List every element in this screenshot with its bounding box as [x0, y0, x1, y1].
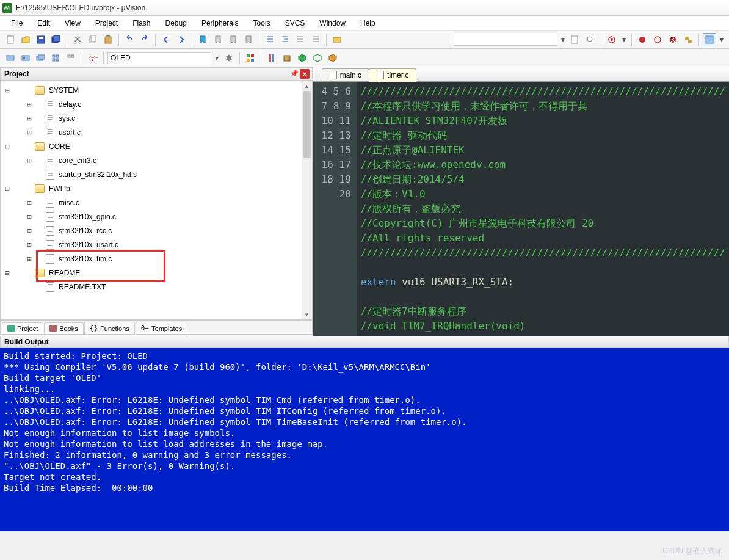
tree-file[interactable]: ⊞stm32f10x_rcc.c: [2, 224, 311, 238]
menu-debug[interactable]: Debug: [159, 18, 193, 29]
tab-project[interactable]: Project: [2, 322, 43, 334]
window-layout-icon[interactable]: [703, 33, 716, 46]
folder-icon: [35, 86, 45, 95]
tab-functions[interactable]: {}Functions: [84, 322, 135, 334]
project-tab-icon: [7, 325, 15, 332]
code-editor[interactable]: 4 5 6 7 8 9 10 11 12 13 14 15 16 17 18 1…: [313, 82, 729, 336]
layout-dropdown-icon[interactable]: ▾: [718, 34, 725, 46]
tree-file[interactable]: ⊞stm32f10x_gpio.c: [2, 209, 311, 224]
menu-file[interactable]: File: [5, 18, 29, 29]
pack-installer-icon[interactable]: [280, 51, 294, 65]
breakpoint-window-icon[interactable]: [681, 33, 695, 46]
separator: [118, 34, 119, 46]
tree-group-system[interactable]: ⊟SYSTEM: [2, 83, 311, 97]
tree-file[interactable]: ⊞core_cm3.c: [2, 153, 311, 167]
pin-icon[interactable]: 📌: [290, 70, 299, 78]
nav-fwd-icon[interactable]: [175, 33, 188, 46]
bookmark-prev-icon[interactable]: [211, 33, 225, 46]
menu-project[interactable]: Project: [89, 18, 124, 29]
target-select[interactable]: OLED: [107, 52, 211, 64]
nav-back-icon[interactable]: [159, 33, 173, 46]
find-in-files-icon[interactable]: [568, 33, 582, 46]
tree-file[interactable]: ⊞sys.c: [2, 111, 311, 125]
menu-svcs[interactable]: SVCS: [279, 18, 311, 29]
build-icon[interactable]: [19, 51, 32, 65]
menu-view[interactable]: View: [59, 18, 87, 29]
close-icon[interactable]: ✕: [300, 69, 310, 79]
incremental-find-icon[interactable]: [584, 33, 597, 46]
tree-label: stm32f10x_tim.c: [57, 254, 114, 264]
menu-help[interactable]: Help: [354, 18, 382, 29]
bookmark-toggle-icon[interactable]: [196, 33, 209, 46]
tree-file[interactable]: README.TXT: [2, 280, 311, 294]
comment-icon[interactable]: [294, 33, 307, 46]
find-dropdown-icon[interactable]: ▾: [559, 34, 567, 46]
scroll-down-icon[interactable]: ▾: [302, 309, 312, 319]
tree-group-fwlib[interactable]: ⊟FWLib: [2, 181, 311, 195]
debug-dropdown-icon[interactable]: ▾: [620, 34, 628, 46]
save-icon[interactable]: [34, 33, 48, 46]
target-dropdown-icon[interactable]: ▾: [213, 52, 220, 64]
find-field[interactable]: [454, 34, 557, 46]
undo-icon[interactable]: [123, 33, 136, 46]
tree-file[interactable]: ⊞usart.c: [2, 125, 311, 139]
books-icon[interactable]: [265, 51, 278, 65]
cut-icon[interactable]: [71, 33, 84, 46]
find-icon[interactable]: [330, 33, 344, 46]
indent-icon[interactable]: [263, 33, 277, 46]
breakpoint-insert-icon[interactable]: [636, 33, 649, 46]
manage-rte-icon[interactable]: [244, 51, 257, 65]
editor-tab-main[interactable]: main.c: [322, 68, 369, 81]
open-file-icon[interactable]: [19, 33, 32, 46]
tree-file[interactable]: startup_stm32f10x_hd.s: [2, 167, 311, 181]
batch-build-icon[interactable]: [49, 51, 63, 65]
breakpoint-kill-icon[interactable]: [666, 33, 680, 46]
select-software-icon[interactable]: [311, 51, 324, 65]
build-output[interactable]: Build started: Project: OLED *** Using C…: [0, 348, 729, 531]
code-content[interactable]: ////////////////////////////////////////…: [357, 82, 729, 336]
uncomment-icon[interactable]: [309, 33, 322, 46]
breakpoint-disable-icon[interactable]: [651, 33, 664, 46]
stop-build-icon[interactable]: [65, 51, 78, 65]
tree-label: stm32f10x_rcc.c: [57, 226, 114, 236]
menu-tools[interactable]: Tools: [247, 18, 277, 29]
save-all-icon[interactable]: [49, 33, 63, 46]
configure-icon[interactable]: [326, 51, 339, 65]
bookmark-next-icon[interactable]: [227, 33, 240, 46]
target-options-icon[interactable]: [222, 51, 236, 65]
tab-books[interactable]: Books: [44, 322, 84, 334]
tree-file[interactable]: ⊞stm32f10x_usart.c: [2, 238, 311, 252]
menu-window[interactable]: Window: [313, 18, 352, 29]
tree-file-highlighted[interactable]: ⊞stm32f10x_tim.c: [2, 252, 311, 266]
menu-flash[interactable]: Flash: [126, 18, 156, 29]
paste-icon[interactable]: [101, 33, 115, 46]
tree-group-readme[interactable]: ⊟README: [2, 266, 311, 280]
scrollbar-vertical[interactable]: ▴ ▾: [302, 81, 312, 319]
menu-edit[interactable]: Edit: [31, 18, 56, 29]
tree-file[interactable]: ⊞misc.c: [2, 195, 311, 209]
editor-tab-timer[interactable]: timer.c: [369, 68, 416, 82]
translate-icon[interactable]: [4, 51, 17, 65]
tree-file[interactable]: ⊞delay.c: [2, 97, 311, 111]
new-file-icon[interactable]: [4, 33, 17, 46]
project-panel-title: Project: [4, 70, 29, 78]
bookmark-clear-icon[interactable]: [242, 33, 255, 46]
debug-icon[interactable]: [605, 33, 618, 46]
menu-peripherals[interactable]: Peripherals: [195, 18, 245, 29]
tree-group-core[interactable]: ⊟CORE: [2, 139, 311, 153]
rebuild-icon[interactable]: [34, 51, 48, 65]
scroll-thumb[interactable]: [303, 91, 311, 158]
separator: [261, 52, 261, 64]
tab-label: timer.c: [387, 71, 408, 79]
copy-icon[interactable]: [86, 33, 100, 46]
manage-project-icon[interactable]: [296, 51, 309, 65]
scroll-up-icon[interactable]: ▴: [302, 81, 312, 91]
svg-rect-35: [251, 54, 254, 57]
unindent-icon[interactable]: [278, 33, 292, 46]
download-icon[interactable]: LOAD: [86, 51, 100, 65]
redo-icon[interactable]: [138, 33, 151, 46]
tab-templates[interactable]: 0→Templates: [136, 322, 187, 334]
project-tree[interactable]: ⊟SYSTEM ⊞delay.c ⊞sys.c ⊞usart.c ⊟CORE ⊞…: [0, 81, 313, 320]
separator: [698, 34, 699, 46]
build-output-title: Build Output: [4, 338, 49, 346]
